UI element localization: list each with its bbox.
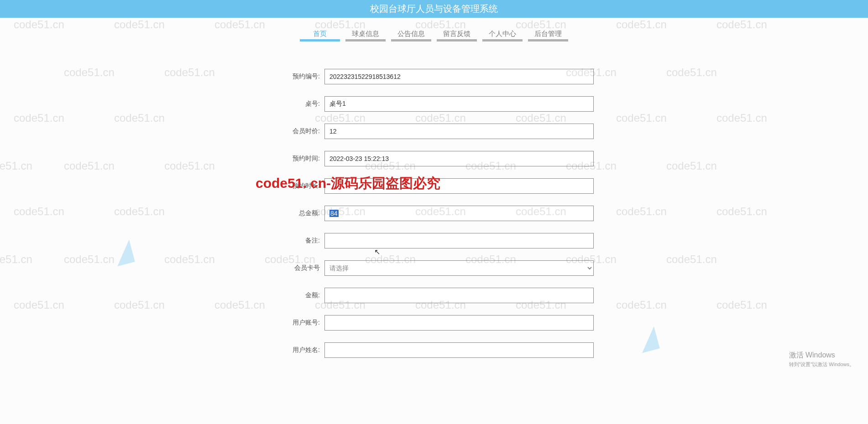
input-duration[interactable] (324, 178, 594, 194)
label-amount: 金额: (274, 291, 324, 300)
row-member-rate: 会员时价: (274, 124, 594, 139)
row-total-amount: 总金额: 84 (274, 206, 594, 221)
watermark: code51.cn (14, 205, 64, 218)
watermark: code51.cn (64, 160, 115, 172)
input-reservation-time[interactable] (324, 151, 594, 166)
total-amount-value: 84 (329, 210, 339, 217)
watermark: code51.cn (14, 112, 64, 124)
watermark: code51.cn (164, 160, 215, 172)
row-table-number: 桌号: (274, 96, 594, 112)
watermark: code51.cn (0, 253, 32, 266)
watermark: code51.cn (114, 299, 165, 311)
label-reservation-id: 预约编号: (274, 72, 324, 81)
nav-tabs: 首页 球桌信息 公告信息 留言反馈 个人中心 后台管理 (0, 26, 868, 41)
tab-table-info[interactable]: 球桌信息 (345, 26, 386, 41)
input-table-number[interactable] (324, 96, 594, 112)
app-title: 校园台球厅人员与设备管理系统 (370, 4, 498, 14)
watermark: code51.cn (666, 66, 717, 79)
decorative-triangle (636, 326, 660, 353)
label-user-name: 用户姓名: (274, 346, 324, 354)
watermark: code51.cn (114, 205, 165, 218)
label-duration: 预约时长: (274, 182, 324, 190)
input-user-name[interactable] (324, 342, 594, 358)
watermark: code51.cn (114, 112, 165, 124)
label-member-rate: 会员时价: (274, 127, 324, 135)
row-reservation-id: 预约编号: (274, 69, 594, 84)
row-duration: 预约时长: (274, 178, 594, 194)
activation-title: 激活 Windows (789, 351, 855, 360)
row-user-name: 用户姓名: (274, 342, 594, 358)
tab-home[interactable]: 首页 (300, 26, 340, 41)
input-remarks[interactable] (324, 233, 594, 248)
watermark: code51.cn (666, 160, 717, 172)
label-remarks: 备注: (274, 237, 324, 245)
input-user-account[interactable] (324, 315, 594, 331)
watermark: code51.cn (214, 299, 265, 311)
input-member-rate[interactable] (324, 124, 594, 139)
label-user-account: 用户账号: (274, 319, 324, 327)
watermark: code51.cn (616, 299, 667, 311)
watermark: code51.cn (14, 299, 64, 311)
watermark: code51.cn (716, 112, 767, 124)
row-remarks: 备注: (274, 233, 594, 248)
label-total-amount: 总金额: (274, 209, 324, 217)
watermark: code51.cn (616, 112, 667, 124)
input-amount[interactable] (324, 288, 594, 303)
tab-feedback[interactable]: 留言反馈 (437, 26, 477, 41)
windows-activation: 激活 Windows 转到"设置"以激活 Windows。 (789, 351, 855, 368)
watermark: code51.cn (164, 253, 215, 266)
reservation-form: 预约编号: 桌号: 会员时价: 预约时间: 预约时长: 总金额: 84 备注: … (274, 69, 594, 376)
watermark: code51.cn (64, 66, 115, 79)
watermark: code51.cn (716, 299, 767, 311)
label-member-card: 会员卡号 (274, 264, 324, 272)
label-reservation-time: 预约时间: (274, 155, 324, 163)
row-user-account: 用户账号: (274, 315, 594, 331)
select-member-card[interactable]: 请选择 (324, 260, 594, 276)
label-table-number: 桌号: (274, 100, 324, 108)
watermark: code51.cn (0, 160, 32, 172)
watermark: code51.cn (616, 205, 667, 218)
watermark: code51.cn (64, 253, 115, 266)
activation-subtitle: 转到"设置"以激活 Windows。 (789, 361, 855, 368)
watermark: code51.cn (716, 205, 767, 218)
app-title-bar: 校园台球厅人员与设备管理系统 (0, 0, 868, 18)
row-reservation-time: 预约时间: (274, 151, 594, 166)
tab-admin[interactable]: 后台管理 (528, 26, 568, 41)
tab-announcements[interactable]: 公告信息 (391, 26, 431, 41)
row-member-card: 会员卡号 请选择 (274, 260, 594, 276)
watermark: code51.cn (164, 66, 215, 79)
watermark: code51.cn (666, 253, 717, 266)
input-total-amount[interactable]: 84 (324, 206, 594, 221)
decorative-triangle (111, 240, 135, 267)
input-reservation-id[interactable] (324, 69, 594, 84)
row-amount: 金额: (274, 288, 594, 303)
tab-user-center[interactable]: 个人中心 (482, 26, 523, 41)
